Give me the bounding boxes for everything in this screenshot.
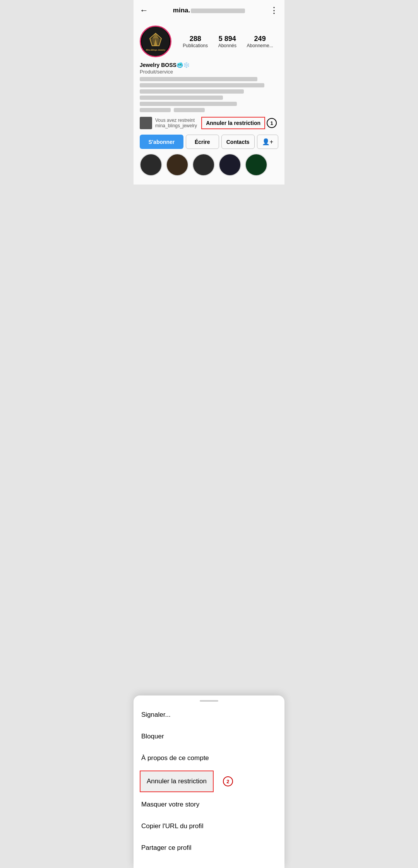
restriction-text: Vous avez restreint mina_blings_jewelry	[155, 118, 201, 128]
highlight-2[interactable]	[166, 154, 188, 178]
svg-text:Mina Blings Jewelry: Mina Blings Jewelry	[146, 49, 166, 51]
contacts-button[interactable]: Contacts	[221, 135, 255, 149]
highlight-4[interactable]	[219, 154, 241, 178]
profile-top: Mina Blings Jewelry 288 Publications 5 8…	[140, 26, 278, 57]
highlight-3[interactable]	[192, 154, 215, 178]
stats-row: 288 Publications 5 894 Abonnés 249 Abonn…	[178, 35, 278, 48]
more-options-button[interactable]: ⋮	[270, 5, 278, 15]
bio-category: Produit/service	[140, 69, 278, 75]
bio-name: Jewelry BOSS🥶❄️	[140, 62, 278, 68]
restriction-avatar	[140, 117, 152, 129]
ecrire-button[interactable]: Écrire	[186, 135, 219, 149]
top-nav: ← mina. ⋮	[134, 0, 284, 21]
highlight-5[interactable]	[245, 154, 267, 178]
annuler-restriction-profile-button[interactable]: Annuler la restriction	[201, 117, 265, 129]
bio-section: Jewelry BOSS🥶❄️ Produit/service	[140, 62, 278, 112]
highlight-1[interactable]	[140, 154, 162, 178]
restriction-notice: Vous avez restreint mina_blings_jewelry …	[140, 115, 278, 131]
profile-section: Mina Blings Jewelry 288 Publications 5 8…	[134, 21, 284, 185]
back-button[interactable]: ←	[140, 5, 148, 15]
action-buttons: S'abonner Écrire Contacts 👤+	[140, 135, 278, 149]
restriction-left: Vous avez restreint mina_blings_jewelry	[140, 117, 201, 129]
highlights-row	[140, 154, 278, 181]
badge-1: 1	[267, 118, 277, 128]
stat-publications[interactable]: 288 Publications	[183, 35, 208, 48]
profile-username: mina.	[152, 7, 266, 14]
add-user-button[interactable]: 👤+	[257, 135, 278, 149]
stat-abonnes[interactable]: 5 894 Abonnés	[218, 35, 236, 48]
stat-abonnements[interactable]: 249 Abonneme...	[247, 35, 273, 48]
subscribe-button[interactable]: S'abonner	[140, 135, 183, 149]
avatar[interactable]: Mina Blings Jewelry	[140, 26, 171, 57]
